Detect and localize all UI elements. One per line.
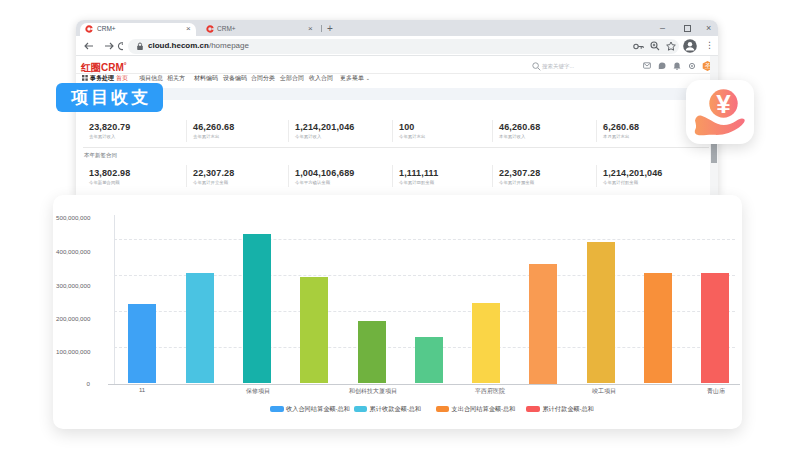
svg-text:¥: ¥: [716, 88, 731, 118]
